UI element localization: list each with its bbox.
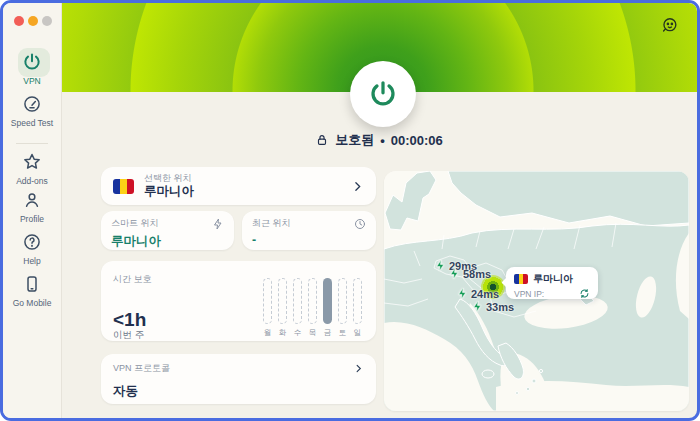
clock-icon	[354, 218, 366, 230]
star-icon	[21, 151, 43, 173]
sidebar-item-add-ons[interactable]: Add-ons	[3, 151, 61, 186]
window-controls	[14, 16, 52, 26]
usage-bar-mon: 월	[263, 278, 272, 338]
usage-bar-fri: 금	[323, 278, 332, 338]
sidebar-item-label: Speed Test	[11, 118, 53, 128]
minimize-button[interactable]	[28, 16, 38, 26]
sidebar: VPN Speed Test Add-ons Profile Hel	[3, 3, 62, 418]
time-protected-card: 시간 보호 <1h 이번 주 월 화 수 목 금 토 일	[101, 261, 376, 341]
close-button[interactable]	[14, 16, 24, 26]
usage-bar-tue: 화	[278, 278, 287, 338]
sidebar-item-label: Help	[23, 256, 40, 266]
disguise-icon[interactable]	[660, 16, 679, 35]
recent-location-card[interactable]: 최근 위치 -	[242, 211, 376, 250]
status-text: 보호됨	[335, 131, 374, 149]
selected-location-card[interactable]: 선택한 위치 루마니아	[101, 167, 376, 205]
ping-marker[interactable]: 33ms	[471, 300, 514, 313]
status-timer: 00:00:06	[391, 133, 443, 148]
smart-location-value: 루마니아	[111, 233, 224, 250]
ping-marker[interactable]: 24ms	[456, 287, 499, 300]
status-separator: •	[380, 133, 385, 148]
lock-icon	[315, 133, 329, 147]
bolt-icon	[456, 287, 469, 300]
bolt-icon	[471, 300, 484, 313]
romania-flag-icon	[514, 274, 528, 284]
usage-bar-sat: 토	[338, 278, 347, 338]
recent-location-value: -	[252, 233, 366, 247]
connection-status: 보호됨 • 00:00:06	[61, 131, 697, 149]
power-icon	[21, 51, 43, 73]
sidebar-item-label: Profile	[20, 214, 44, 224]
sidebar-item-label: VPN	[23, 76, 40, 86]
weekly-usage-bars: 월 화 수 목 금 토 일	[263, 278, 362, 338]
smart-location-label: 스마트 위치	[111, 217, 159, 230]
sidebar-item-label: Go Mobile	[13, 298, 52, 308]
selected-location-label: 선택한 위치	[144, 173, 341, 184]
time-protected-value: <1h	[113, 309, 146, 331]
ping-value: 33ms	[486, 301, 514, 313]
chevron-right-icon	[351, 180, 364, 193]
usage-bar-sun: 일	[353, 278, 362, 338]
bolt-icon	[448, 267, 461, 280]
sidebar-item-profile[interactable]: Profile	[3, 189, 61, 224]
tooltip-country: 루마니아	[533, 272, 573, 286]
connected-location-tooltip: 루마니아 VPN IP:	[506, 267, 598, 299]
smart-location-card[interactable]: 스마트 위치 루마니아	[101, 211, 234, 250]
bolt-icon	[434, 259, 447, 272]
sidebar-item-help[interactable]: Help	[3, 231, 61, 266]
app-window: VPN Speed Test Add-ons Profile Hel	[0, 0, 700, 421]
time-protected-label: 시간 보호	[113, 274, 152, 284]
zoom-button[interactable]	[42, 16, 52, 26]
recent-location-label: 최근 위치	[252, 217, 291, 230]
ping-value: 24ms	[471, 288, 499, 300]
power-button[interactable]	[350, 61, 416, 127]
vpn-protocol-card[interactable]: VPN 프로토콜 자동	[101, 354, 376, 404]
sidebar-item-label: Add-ons	[16, 176, 48, 186]
sidebar-divider	[16, 143, 48, 144]
power-icon	[368, 79, 398, 109]
quick-connect-bolt-icon	[212, 218, 224, 230]
speedometer-icon	[21, 93, 43, 115]
selected-location-value: 루마니아	[144, 184, 341, 200]
profile-icon	[21, 189, 43, 211]
romania-flag-icon	[113, 179, 134, 194]
mobile-icon	[21, 273, 43, 295]
vpn-protocol-value: 자동	[113, 383, 364, 400]
ping-marker[interactable]: 58ms	[448, 267, 491, 280]
ping-value: 58ms	[463, 268, 491, 280]
chevron-right-icon	[353, 363, 364, 374]
vpn-protocol-label: VPN 프로토콜	[113, 362, 170, 375]
usage-bar-wed: 수	[293, 278, 302, 338]
refresh-icon[interactable]	[579, 288, 590, 299]
tooltip-ip-label: VPN IP:	[514, 289, 544, 299]
help-icon	[21, 231, 43, 253]
sidebar-item-go-mobile[interactable]: Go Mobile	[3, 273, 61, 308]
usage-bar-thu: 목	[308, 278, 317, 338]
sidebar-item-vpn[interactable]: VPN	[3, 51, 61, 86]
time-protected-period: 이번 주	[113, 329, 144, 342]
map-panel[interactable]: 29ms 58ms 24ms 33ms 루마니아 VPN IP:	[384, 171, 689, 411]
sidebar-item-speed-test[interactable]: Speed Test	[3, 93, 61, 128]
